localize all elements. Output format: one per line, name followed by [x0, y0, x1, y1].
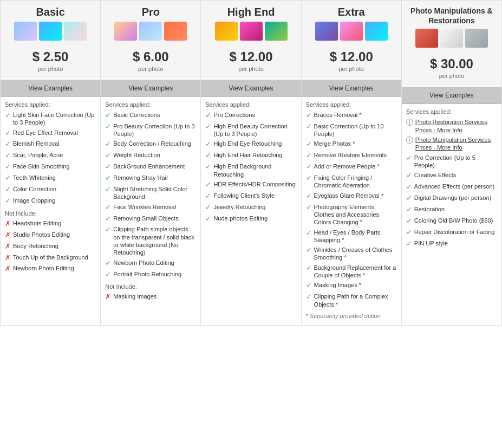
check-icon: ✓	[5, 111, 11, 120]
check-icon: ✓	[105, 163, 111, 172]
col-pro-title: Pro	[103, 6, 198, 18]
basic-photo-1	[14, 22, 37, 41]
pricing-table: Basic $ 2.50 per photo View Examples Ser…	[0, 0, 502, 326]
highend-price: $ 12.00	[204, 49, 298, 64]
basic-view-examples[interactable]: View Examples	[1, 80, 100, 97]
list-item: ✓ Jewelry Retouching	[205, 203, 296, 212]
list-item: ✓ Fixing Color Fringing / Chromatic Aber…	[306, 174, 397, 190]
service-text: Fixing Color Fringing / Chromatic Aberra…	[314, 174, 397, 190]
service-text: Pro Beauty Correction (Up to 3 People)	[113, 122, 196, 138]
manip-price-block: $ 30.00 per photo	[405, 52, 499, 81]
service-text: Following Client's Style	[213, 192, 275, 199]
list-item: ✗ Headshots Editing	[5, 219, 96, 229]
service-text: Newborn Photo Editing	[113, 259, 174, 267]
check-icon: ✓	[306, 229, 312, 238]
service-text: Weight Reduction	[113, 151, 160, 159]
check-icon: ✓	[5, 129, 11, 138]
extra-price: $ 12.00	[304, 49, 399, 64]
manip-photo-2	[440, 29, 463, 48]
photo-restoration-link[interactable]: Photo Restoration Services	[415, 119, 487, 125]
check-icon: ✓	[205, 163, 211, 172]
extra-services-label: Services applied:	[306, 101, 397, 108]
service-text: Touch Up of the Background	[13, 254, 88, 261]
service-text: Basic Corrections	[113, 111, 160, 119]
service-text: High End Eye Retouching	[213, 140, 282, 147]
list-item: ✓ Red Eye Effect Removal	[5, 129, 96, 138]
service-text: Digital Drawings (per person)	[414, 194, 491, 202]
list-item: ✓ Head / Eyes / Body Parts Swapping *	[306, 229, 397, 244]
list-item: ✓ Restoration	[406, 205, 497, 215]
extra-price-block: $ 12.00 per photo	[304, 45, 399, 74]
service-text: Advanced Effects (per person)	[414, 183, 494, 190]
list-item: ✓ Nude-photos Editing	[205, 215, 296, 224]
list-item: ✓ Masking Images *	[306, 281, 397, 290]
check-icon: ✓	[105, 215, 111, 224]
service-text: Slight Stretching Solid Color Background	[113, 185, 196, 201]
check-icon: ✓	[306, 264, 312, 273]
col-extra-title: Extra	[304, 6, 399, 18]
col-pro-photos	[103, 22, 198, 41]
col-basic-photos	[3, 22, 97, 41]
check-icon: ✓	[306, 246, 312, 255]
list-item: ✓ Coloring Old B/W Photo ($60)	[406, 217, 497, 226]
col-basic: Basic $ 2.50 per photo View Examples Ser…	[1, 1, 101, 325]
col-basic-header: Basic $ 2.50 per photo	[1, 1, 100, 77]
extra-photo-3	[365, 22, 388, 41]
service-text: Teeth Whitening	[13, 174, 56, 181]
list-item: ✓ Color Correction	[5, 185, 96, 194]
service-text: Braces Removal *	[314, 111, 362, 119]
manip-services-label: Services applied:	[406, 108, 497, 115]
basic-per-photo: per photo	[3, 66, 97, 72]
service-text: Jewelry Retouching	[213, 203, 265, 211]
pro-view-examples[interactable]: View Examples	[101, 80, 200, 97]
check-icon: ✓	[306, 163, 312, 172]
cross-icon: ✗	[5, 219, 11, 229]
photo-manipulation-link[interactable]: Photo Manipulation Services	[415, 137, 491, 143]
manip-services: Services applied: i Photo Restoration Se…	[402, 104, 501, 324]
highend-view-examples[interactable]: View Examples	[201, 80, 301, 97]
list-item: ✓ Pro Corrections	[205, 111, 296, 120]
check-icon: ✓	[205, 192, 211, 201]
service-text: Restoration	[414, 205, 445, 213]
check-icon: ✓	[205, 203, 211, 212]
list-item: ✓ Following Client's Style	[205, 192, 296, 201]
list-item: ✗ Studio Photos Editing	[5, 231, 96, 240]
check-icon: ✓	[406, 183, 412, 192]
service-text: Masking Images *	[314, 281, 361, 289]
cross-icon: ✗	[5, 264, 11, 274]
check-icon: ✓	[406, 239, 412, 249]
list-item: i Photo Restoration ServicesPrices - Mor…	[406, 118, 497, 134]
list-item: ✓ Image Cropping	[5, 197, 96, 206]
manip-price: $ 30.00	[405, 56, 499, 72]
col-extra-header: Extra $ 12.00 per photo	[302, 1, 401, 77]
check-icon: ✓	[5, 151, 11, 160]
list-item: ✓ High End Beauty Correction (Up to 3 Pe…	[205, 122, 296, 138]
check-icon: ✓	[306, 281, 312, 290]
col-manip-header: Photo Manipulations & Restorations $ 30.…	[402, 1, 501, 85]
highend-photo-2	[240, 22, 263, 41]
service-text: Photo Manipulation ServicesPrices - More…	[415, 136, 491, 152]
check-icon: ✓	[406, 171, 412, 180]
manip-view-examples[interactable]: View Examples	[402, 87, 501, 104]
service-text: Head / Eyes / Body Parts Swapping *	[314, 229, 397, 244]
col-highend-title: High End	[204, 6, 298, 18]
check-icon: ✓	[205, 140, 211, 149]
list-item: ✓ High End Background Retouching	[205, 163, 296, 178]
extra-view-examples[interactable]: View Examples	[302, 80, 401, 97]
service-text: Removing Small Objects	[113, 215, 178, 222]
basic-services: Services applied: ✓ Light Skin Face Corr…	[1, 97, 100, 325]
basic-not-include: Not Include:	[5, 210, 96, 217]
list-item: ✓ Slight Stretching Solid Color Backgrou…	[105, 185, 196, 201]
check-icon: ✓	[306, 140, 312, 149]
service-text: Removing Stray Hair	[113, 174, 168, 181]
list-item: ✓ Braces Removal *	[306, 111, 397, 120]
manip-photo-1	[415, 29, 438, 48]
pro-price-block: $ 6.00 per photo	[103, 45, 198, 74]
restoration-more-info-link[interactable]: Prices - More Info	[415, 127, 462, 133]
manipulation-more-info-link[interactable]: Prices - More Info	[415, 144, 462, 151]
check-icon: ✓	[5, 185, 11, 194]
highend-photo-3	[265, 22, 288, 41]
service-text: Nude-photos Editing	[213, 215, 268, 222]
pro-not-include: Not Include:	[105, 283, 196, 290]
service-text: Face Skin Smoothing	[13, 163, 70, 170]
